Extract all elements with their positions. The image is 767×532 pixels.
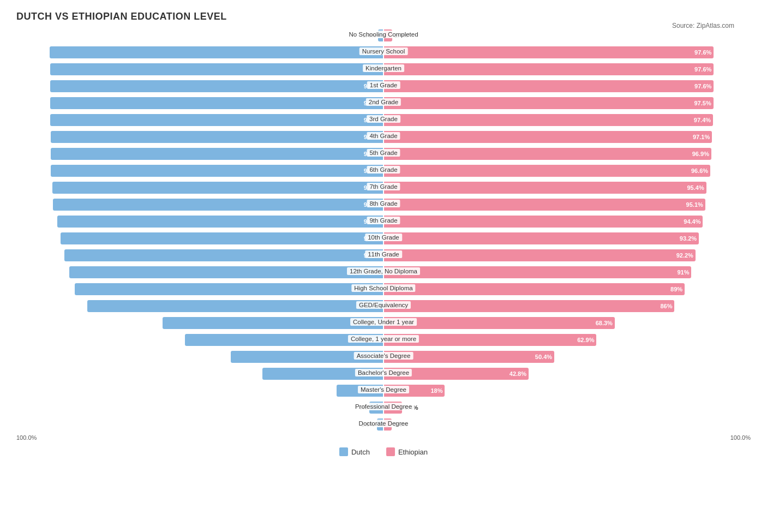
row-label: 2nd Grade	[366, 98, 401, 106]
ethiopian-label: Ethiopian	[398, 448, 428, 456]
bar-ethiopian: 95.1%	[384, 199, 705, 211]
row-label: 3rd Grade	[367, 115, 400, 123]
ethiopian-value: 50.4%	[535, 354, 552, 360]
bar-ethiopian: 93.2%	[384, 232, 699, 244]
chart-row: 91.3%89%High School Diploma	[16, 282, 751, 297]
dutch-label: Dutch	[351, 448, 370, 456]
ethiopian-value: 18%	[430, 387, 442, 394]
bar-ethiopian: 97.6%	[384, 63, 714, 75]
ethiopian-value: 89%	[670, 286, 682, 292]
bar-dutch: 91.3%	[75, 283, 383, 295]
bar-ethiopian: 94.4%	[384, 216, 703, 228]
bar-ethiopian: 97.6%	[384, 46, 714, 58]
chart-row: 87.5%86%GED/Equivalency	[16, 298, 751, 314]
bar-ethiopian: 95.4%	[384, 182, 706, 194]
chart-row: 98.3%96.9%5th Grade	[16, 146, 751, 162]
bar-ethiopian: 91%	[384, 266, 691, 278]
chart-row: 1.8%2.3%Doctorate Degree	[16, 417, 751, 432]
ethiopian-color-swatch	[386, 447, 395, 456]
chart-row: 98.4%96.6%6th Grade	[16, 163, 751, 178]
chart-row: 45%50.4%Associate's Degree	[16, 349, 751, 364]
chart-row: 98.6%97.6%1st Grade	[16, 79, 751, 94]
chart-row: 1.4%2.4%No Schooling Completed	[16, 28, 751, 43]
chart-row: 96.5%94.4%9th Grade	[16, 214, 751, 229]
chart-row: 94.3%92.2%11th Grade	[16, 248, 751, 263]
row-label: 10th Grade	[365, 234, 402, 241]
chart-row: 98.4%97.1%4th Grade	[16, 129, 751, 145]
chart-row: 13.8%18%Master's Degree	[16, 383, 751, 398]
legend-dutch: Dutch	[339, 447, 370, 456]
bar-dutch: 97.7%	[53, 199, 383, 211]
bar-dutch: 95.5%	[61, 232, 383, 244]
bar-ethiopian: 97.5%	[384, 97, 714, 109]
axis-right: 100.0%	[730, 434, 751, 441]
row-label: 12th Grade, No Diploma	[347, 267, 420, 275]
row-label: College, 1 year or more	[348, 335, 419, 343]
chart-row: 97.9%95.4%7th Grade	[16, 180, 751, 195]
ethiopian-value: 68.3%	[596, 320, 613, 326]
row-label: No Schooling Completed	[346, 31, 421, 38]
chart-row: 97.7%95.1%8th Grade	[16, 197, 751, 212]
ethiopian-value: 91%	[677, 269, 689, 276]
row-label: 8th Grade	[367, 200, 400, 207]
ethiopian-value: 97.5%	[694, 100, 711, 106]
ethiopian-value: 96.9%	[692, 151, 709, 157]
row-label: Associate's Degree	[354, 352, 414, 360]
ethiopian-value: 95.4%	[687, 184, 704, 191]
row-label: Bachelor's Degree	[355, 369, 412, 376]
row-label: Master's Degree	[358, 386, 409, 393]
bar-dutch: 98.5%	[50, 114, 383, 126]
axis-labels: 100.0% 100.0%	[16, 434, 751, 441]
rows-wrapper: 1.4%2.4%No Schooling Completed98.7%97.6%…	[16, 28, 751, 432]
bar-ethiopian: 96.9%	[384, 148, 711, 160]
legend-ethiopian: Ethiopian	[386, 447, 428, 456]
ethiopian-value: 95.1%	[686, 201, 703, 208]
chart-row: 4%5.4%Professional Degree	[16, 400, 751, 415]
bar-ethiopian: 97.1%	[384, 131, 712, 143]
bar-dutch: 87.5%	[87, 300, 383, 312]
row-label: Doctorate Degree	[356, 420, 411, 427]
ethiopian-value: 97.6%	[694, 49, 711, 56]
row-label: High School Diploma	[351, 284, 415, 292]
row-label: Kindergarten	[363, 64, 404, 72]
ethiopian-value: 97.6%	[694, 66, 711, 73]
dutch-color-swatch	[339, 447, 348, 456]
row-label: 5th Grade	[367, 149, 400, 157]
row-label: 11th Grade	[365, 250, 402, 258]
row-label: Professional Degree	[352, 403, 415, 410]
bar-ethiopian: 89%	[384, 283, 685, 295]
bar-dutch: 97.9%	[52, 182, 383, 194]
ethiopian-value: 97.4%	[694, 117, 711, 123]
bar-dutch: 98.4%	[51, 131, 383, 143]
bar-dutch: 98.6%	[50, 80, 383, 92]
row-label: College, Under 1 year	[350, 318, 417, 326]
bar-dutch: 92.9%	[69, 266, 383, 278]
chart-row: 98.6%97.6%Kindergarten	[16, 62, 751, 77]
row-label: GED/Equivalency	[356, 301, 411, 309]
legend: Dutch Ethiopian	[16, 447, 751, 456]
row-label: 1st Grade	[367, 81, 400, 89]
ethiopian-value: 42.8%	[510, 370, 526, 377]
ethiopian-value: 62.9%	[577, 337, 594, 343]
bar-ethiopian: 96.6%	[384, 165, 710, 177]
bar-ethiopian: 68.3%	[384, 317, 615, 329]
ethiopian-value: 94.4%	[684, 218, 700, 225]
chart-row: 95.5%93.2%10th Grade	[16, 231, 751, 246]
row-label: 6th Grade	[367, 166, 400, 174]
ethiopian-value: 97.1%	[693, 134, 710, 140]
chart-row: 65.3%68.3%College, Under 1 year	[16, 315, 751, 331]
bar-ethiopian: 97.6%	[384, 80, 714, 92]
bar-ethiopian: 97.4%	[384, 114, 713, 126]
bar-dutch: 98.3%	[51, 148, 383, 160]
chart-row: 58.6%62.9%College, 1 year or more	[16, 332, 751, 348]
ethiopian-value: 92.2%	[676, 252, 693, 259]
row-label: 4th Grade	[367, 132, 400, 140]
chart-container: 1.4%2.4%No Schooling Completed98.7%97.6%…	[16, 28, 751, 441]
bar-ethiopian: 92.2%	[384, 249, 696, 261]
row-label: Nursery School	[359, 47, 408, 55]
bar-ethiopian: 86%	[384, 300, 674, 312]
ethiopian-value: 96.6%	[691, 168, 708, 174]
chart-row: 92.9%91%12th Grade, No Diploma	[16, 265, 751, 280]
bar-dutch: 98.6%	[50, 63, 383, 75]
axis-left: 100.0%	[16, 434, 37, 441]
